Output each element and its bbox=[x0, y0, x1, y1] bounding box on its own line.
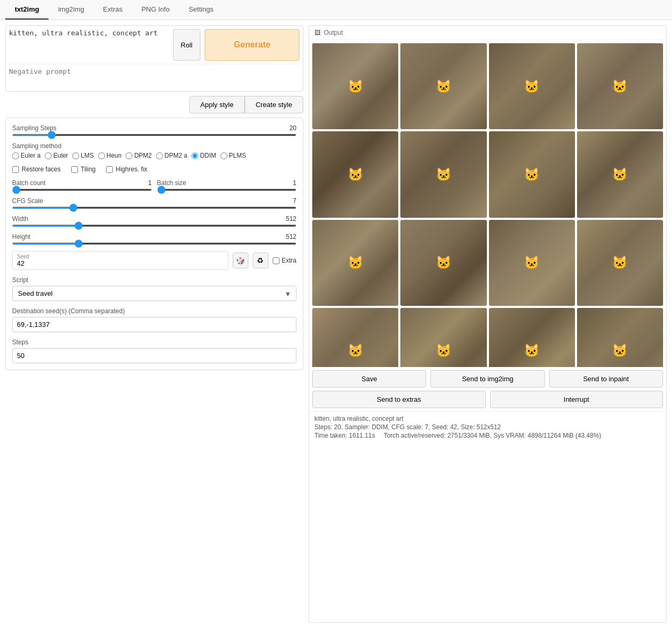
generate-button[interactable]: Generate bbox=[205, 29, 300, 61]
radio-heun[interactable]: Heun bbox=[98, 152, 122, 159]
radio-plms[interactable]: PLMS bbox=[220, 152, 246, 159]
style-buttons: Apply style Create style bbox=[189, 96, 303, 113]
width-slider[interactable] bbox=[12, 225, 296, 227]
tab-settings[interactable]: Settings bbox=[179, 0, 223, 20]
output-image-4[interactable]: 🐱 bbox=[577, 43, 663, 129]
tab-extras[interactable]: Extras bbox=[93, 0, 132, 20]
batch-count-slider[interactable] bbox=[12, 189, 152, 191]
sampling-steps-row: Sampling Steps 20 bbox=[12, 124, 296, 136]
sampling-steps-slider[interactable] bbox=[12, 134, 296, 136]
script-select[interactable]: None Seed travel Prompt matrix X/Y plot bbox=[12, 286, 296, 301]
steps-script-input[interactable] bbox=[12, 348, 296, 363]
radio-plms-input[interactable] bbox=[220, 152, 227, 159]
height-row: Height 512 bbox=[12, 233, 296, 245]
dice-icon: 🎲 bbox=[236, 256, 245, 265]
highres-fix-checkbox[interactable]: Highres. fix bbox=[106, 166, 147, 173]
output-image-9[interactable]: 🐱 bbox=[312, 220, 398, 306]
radio-dpm2a[interactable]: DPM2 a bbox=[156, 152, 187, 159]
output-grid: 🐱 🐱 🐱 🐱 🐱 🐱 🐱 🐱 🐱 🐱 🐱 🐱 bbox=[312, 43, 663, 367]
radio-dpm2-input[interactable] bbox=[126, 152, 132, 159]
send-img2img-button[interactable]: Send to img2img bbox=[430, 370, 544, 388]
output-image-10[interactable]: 🐱 bbox=[400, 220, 486, 306]
highres-fix-input[interactable] bbox=[106, 166, 113, 173]
output-image-6[interactable]: 🐱 bbox=[400, 131, 486, 217]
tab-img2img[interactable]: img2img bbox=[49, 0, 93, 20]
batch-sliders: Batch count 1 Batch size 1 bbox=[12, 179, 296, 191]
radio-heun-input[interactable] bbox=[98, 152, 105, 159]
output-image-2[interactable]: 🐱 bbox=[400, 43, 486, 129]
radio-dpm2a-input[interactable] bbox=[156, 152, 163, 159]
seed-label: Seed bbox=[17, 254, 224, 259]
extra-checkbox[interactable]: Extra bbox=[273, 257, 296, 264]
radio-lms-label: LMS bbox=[81, 152, 94, 159]
output-image-12[interactable]: 🐱 bbox=[577, 220, 663, 306]
send-inpaint-button[interactable]: Send to inpaint bbox=[549, 370, 663, 388]
save-button[interactable]: Save bbox=[312, 370, 426, 388]
output-image-15[interactable]: 🐱 bbox=[489, 308, 575, 367]
action-row-1: Save Send to img2img Send to inpaint bbox=[309, 367, 666, 391]
output-grid-wrapper[interactable]: 🐱 🐱 🐱 🐱 🐱 🐱 🐱 🐱 🐱 🐱 🐱 🐱 bbox=[309, 40, 666, 367]
output-image-3[interactable]: 🐱 bbox=[489, 43, 575, 129]
status-prompt: kitten, ultra realistic, concept art bbox=[314, 415, 661, 422]
restore-faces-checkbox[interactable]: Restore faces bbox=[12, 166, 61, 173]
tiling-checkbox[interactable]: Tiling bbox=[71, 166, 95, 173]
sampling-method-section: Sampling method Euler a Euler LMS bbox=[12, 142, 296, 159]
output-image-14[interactable]: 🐱 bbox=[400, 308, 486, 367]
radio-euler-a[interactable]: Euler a bbox=[12, 152, 41, 159]
negative-prompt-input[interactable] bbox=[9, 67, 300, 86]
status-bar: kitten, ultra realistic, concept art Ste… bbox=[309, 411, 666, 443]
radio-dpm2[interactable]: DPM2 bbox=[126, 152, 151, 159]
interrupt-button[interactable]: Interrupt bbox=[490, 391, 664, 408]
batch-size-slider[interactable] bbox=[157, 189, 297, 191]
radio-ddim[interactable]: DDIM bbox=[191, 152, 216, 159]
prompt-input[interactable] bbox=[9, 29, 169, 55]
output-image-16[interactable]: 🐱 bbox=[577, 308, 663, 367]
send-extras-button[interactable]: Send to extras bbox=[312, 391, 486, 408]
output-image-13[interactable]: 🐱 bbox=[312, 308, 398, 367]
radio-ddim-input[interactable] bbox=[191, 152, 198, 159]
radio-euler-a-input[interactable] bbox=[12, 152, 19, 159]
output-image-8[interactable]: 🐱 bbox=[577, 131, 663, 217]
tab-bar: txt2img img2img Extras PNG Info Settings bbox=[0, 0, 672, 20]
create-style-button[interactable]: Create style bbox=[245, 96, 303, 113]
radio-euler[interactable]: Euler bbox=[45, 152, 68, 159]
radio-euler-input[interactable] bbox=[45, 152, 52, 159]
output-image-1[interactable]: 🐱 bbox=[312, 43, 398, 129]
left-panel: Roll Generate Apply style Create style bbox=[5, 25, 303, 623]
roll-button[interactable]: Roll bbox=[173, 29, 200, 61]
restore-faces-input[interactable] bbox=[12, 166, 19, 173]
height-slider[interactable] bbox=[12, 243, 296, 245]
script-label: Script bbox=[12, 276, 296, 284]
recycle-icon: ♻ bbox=[257, 256, 264, 265]
destination-seeds-input[interactable] bbox=[12, 317, 296, 332]
seed-input[interactable] bbox=[17, 259, 224, 267]
script-section: Script None Seed travel Prompt matrix X/… bbox=[12, 276, 296, 301]
script-select-wrapper: None Seed travel Prompt matrix X/Y plot … bbox=[12, 286, 296, 301]
tab-pnginfo[interactable]: PNG Info bbox=[132, 0, 179, 20]
sampling-method-label: Sampling method bbox=[12, 142, 296, 150]
radio-heun-label: Heun bbox=[107, 152, 122, 159]
restore-faces-label: Restore faces bbox=[22, 166, 61, 173]
recycle-icon-button[interactable]: ♻ bbox=[253, 253, 268, 268]
dice-icon-button[interactable]: 🎲 bbox=[233, 253, 248, 268]
extra-checkbox-input[interactable] bbox=[273, 257, 280, 264]
status-time-memory: Time taken: 1611.11s Torch active/reserv… bbox=[314, 432, 661, 439]
steps-script-label: Steps bbox=[12, 339, 296, 346]
output-header: 🖼 Output bbox=[309, 26, 666, 40]
radio-lms[interactable]: LMS bbox=[72, 152, 94, 159]
output-image-7[interactable]: 🐱 bbox=[489, 131, 575, 217]
seed-row: Seed 🎲 ♻ Extra bbox=[12, 251, 296, 270]
sampling-method-radio-group: Euler a Euler LMS Heun bbox=[12, 152, 296, 159]
output-image-5[interactable]: 🐱 bbox=[312, 131, 398, 217]
radio-dpm2a-label: DPM2 a bbox=[165, 152, 187, 159]
radio-lms-input[interactable] bbox=[72, 152, 79, 159]
cfg-scale-slider[interactable] bbox=[12, 207, 296, 209]
tab-txt2img[interactable]: txt2img bbox=[5, 0, 49, 20]
apply-style-button[interactable]: Apply style bbox=[189, 96, 245, 113]
tiling-input[interactable] bbox=[71, 166, 78, 173]
status-memory: Torch active/reserved: 2751/3304 MiB, Sy… bbox=[383, 432, 601, 439]
output-image-11[interactable]: 🐱 bbox=[489, 220, 575, 306]
action-row-2: Send to extras Interrupt bbox=[309, 391, 666, 411]
batch-size-row: Batch size 1 bbox=[157, 179, 297, 191]
destination-seeds-label: Destination seed(s) (Comma separated) bbox=[12, 307, 296, 315]
